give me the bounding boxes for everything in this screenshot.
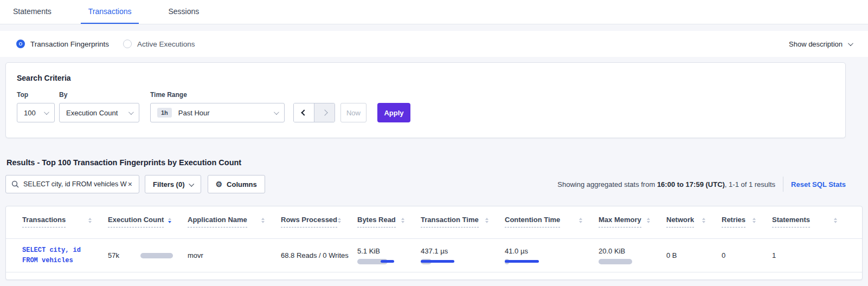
retries-value: 0 — [722, 251, 725, 259]
next-time-range-button[interactable] — [314, 103, 335, 122]
sort-icon[interactable] — [88, 216, 92, 223]
by-label: By — [59, 91, 139, 99]
network-value: 0 B — [666, 251, 677, 259]
results-toolbar: × Filters (0) ⚙ Columns Showing aggregat… — [5, 175, 846, 193]
sort-icon[interactable] — [168, 216, 171, 223]
by-select-value: Execution Count — [66, 109, 118, 117]
column-header-retries[interactable]: Retries — [722, 216, 772, 227]
stats-prefix: Showing aggregated stats from — [557, 180, 657, 188]
column-header-contention-time[interactable]: Contention Time — [505, 216, 599, 227]
stats-suffix: , 1-1 of 1 results — [725, 180, 775, 188]
transaction-link-line1[interactable]: SELECT city, id — [22, 245, 108, 256]
radio-label: Active Executions — [137, 40, 195, 48]
search-criteria-title: Search Criteria — [17, 74, 834, 82]
toolbar-divider — [783, 177, 783, 192]
top-field: Top 100 — [17, 91, 55, 122]
cell-max-memory: 20.0 KiB — [599, 247, 666, 264]
column-header-execution-count[interactable]: Execution Count — [108, 216, 188, 227]
show-description-label: Show description — [789, 40, 843, 48]
column-header-application-name[interactable]: Application Name — [188, 216, 281, 227]
sort-icon[interactable] — [401, 216, 404, 223]
sort-icon[interactable] — [485, 216, 488, 223]
filters-label: Filters (0) — [153, 180, 185, 188]
chevron-down-icon — [128, 109, 134, 115]
radio-transaction-fingerprints[interactable]: Transaction Fingerprints — [16, 40, 109, 48]
transaction-link-line2[interactable]: FROM vehicles — [22, 256, 108, 266]
by-field: By Execution Count — [59, 91, 139, 122]
now-button[interactable]: Now — [340, 103, 367, 122]
radio-selected-icon — [16, 40, 25, 48]
stats-time-range: 16:00 to 17:59 (UTC) — [657, 180, 725, 188]
search-criteria-panel: Search Criteria Top 100 By Execution Cou… — [5, 62, 846, 138]
search-box[interactable]: × — [5, 175, 139, 193]
chevron-down-icon — [848, 41, 853, 46]
sort-icon[interactable] — [702, 216, 705, 223]
columns-button[interactable]: ⚙ Columns — [208, 175, 265, 193]
top-label: Top — [17, 91, 55, 99]
sort-icon[interactable] — [834, 216, 837, 223]
time-range-select[interactable]: 1h Past Hour — [150, 103, 285, 122]
top-select-value: 100 — [24, 109, 36, 117]
cell-contention-time: 41.0 µs — [505, 247, 599, 264]
time-range-pager — [293, 103, 335, 122]
clear-search-icon[interactable]: × — [127, 180, 133, 188]
sort-icon[interactable] — [338, 216, 341, 223]
reset-sql-stats-link[interactable]: Reset SQL Stats — [791, 180, 846, 188]
tab-sessions[interactable]: Sessions — [160, 0, 207, 24]
execution-count-bar — [140, 253, 173, 258]
radio-active-executions[interactable]: Active Executions — [123, 40, 195, 48]
cell-execution-count: 57k — [108, 251, 188, 259]
column-header-transaction-time[interactable]: Transaction Time — [421, 216, 505, 227]
application-name-value: movr — [188, 251, 203, 259]
sort-icon[interactable] — [261, 216, 265, 223]
transaction-time-value: 437.1 µs — [421, 247, 505, 255]
bytes-read-value: 5.1 KiB — [357, 247, 421, 255]
column-header-max-memory[interactable]: Max Memory — [599, 216, 666, 227]
time-range-value: Past Hour — [178, 109, 210, 117]
max-memory-bar — [599, 259, 632, 264]
columns-label: Columns — [227, 180, 257, 188]
tab-transactions[interactable]: Transactions — [81, 0, 139, 24]
previous-time-range-button[interactable] — [294, 103, 314, 122]
filters-button[interactable]: Filters (0) — [145, 175, 201, 193]
arrow-left-icon — [301, 109, 307, 115]
table-header-row: Transactions Execution Count Application… — [6, 206, 862, 239]
column-header-network[interactable]: Network — [666, 216, 722, 227]
table-row: SELECT city, id FROM vehicles 57k movr 6… — [6, 239, 862, 272]
chevron-down-icon — [274, 109, 279, 115]
column-header-transactions[interactable]: Transactions — [22, 216, 108, 227]
sort-icon[interactable] — [579, 216, 582, 223]
time-range-field: Time Range 1h Past Hour — [150, 91, 285, 122]
column-header-statements[interactable]: Statements — [772, 216, 853, 227]
cell-statements: 1 — [772, 251, 853, 259]
arrow-right-icon — [322, 109, 327, 115]
cell-retries: 0 — [722, 251, 772, 259]
search-input[interactable] — [23, 180, 127, 188]
time-range-badge: 1h — [157, 108, 172, 118]
statements-value: 1 — [772, 251, 776, 259]
show-description-toggle[interactable]: Show description — [789, 40, 852, 48]
cell-rows-processed: 68.8 Reads / 0 Writes — [281, 251, 357, 259]
page-tabbar: Statements Transactions Sessions — [0, 0, 868, 24]
sort-icon[interactable] — [753, 216, 756, 223]
contention-time-bar — [505, 259, 539, 264]
by-select[interactable]: Execution Count — [59, 103, 139, 122]
cell-network: 0 B — [666, 251, 722, 259]
top-select[interactable]: 100 — [17, 103, 55, 122]
chevron-down-icon — [44, 109, 49, 115]
radio-unselected-icon — [123, 40, 132, 48]
sort-icon[interactable] — [647, 216, 650, 223]
time-range-label: Time Range — [150, 91, 285, 99]
column-header-rows-processed[interactable]: Rows Processed — [281, 216, 357, 227]
chevron-down-icon — [189, 181, 194, 186]
apply-button[interactable]: Apply — [377, 103, 410, 122]
rows-processed-value: 68.8 Reads / 0 Writes — [281, 251, 349, 259]
cell-transaction-time: 437.1 µs — [421, 247, 505, 264]
aggregated-stats-text: Showing aggregated stats from 16:00 to 1… — [557, 180, 775, 188]
radio-label: Transaction Fingerprints — [30, 40, 109, 48]
max-memory-value: 20.0 KiB — [599, 247, 666, 255]
cell-bytes-read: 5.1 KiB — [357, 247, 421, 264]
cell-transaction-fingerprint[interactable]: SELECT city, id FROM vehicles — [22, 245, 108, 266]
tab-statements[interactable]: Statements — [5, 0, 59, 24]
column-header-bytes-read[interactable]: Bytes Read — [357, 216, 421, 227]
